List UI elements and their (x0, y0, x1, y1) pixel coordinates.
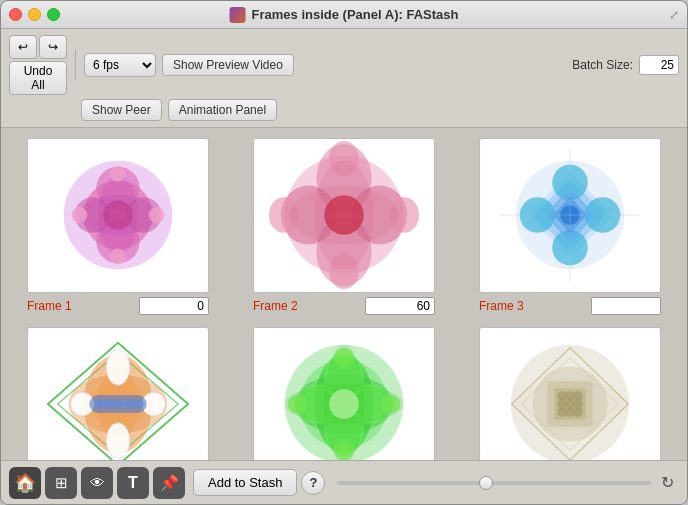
undo-section: ↩ ↪ Undo All (9, 35, 67, 95)
svg-point-54 (114, 399, 124, 409)
app-icon (230, 7, 246, 23)
frame-label-row-2: Frame 2 (253, 297, 435, 315)
svg-point-26 (314, 161, 373, 270)
undo-all-button[interactable]: Undo All (9, 61, 67, 95)
frame-label-row-3: Frame 3 (479, 297, 661, 315)
frame-image-1[interactable] (27, 138, 209, 293)
undo-button[interactable]: ↩ (9, 35, 37, 59)
svg-point-56 (134, 399, 144, 409)
show-peer-button[interactable]: Show Peer (81, 99, 162, 121)
svg-point-48 (106, 423, 130, 459)
svg-point-12 (72, 207, 88, 223)
fps-select[interactable]: 6 fps 1 fps 2 fps 4 fps 8 fps 12 fps 24 … (84, 53, 156, 77)
minimize-button[interactable] (28, 8, 41, 21)
frame-cell-4: Frame 4 (11, 327, 225, 460)
svg-point-72 (324, 345, 363, 460)
frame-label-2: Frame 2 (253, 299, 298, 313)
toolbar-row-1: ↩ ↪ Undo All 6 fps 1 fps 2 fps 4 fps 8 f… (9, 35, 679, 95)
frame-image-4[interactable] (27, 327, 209, 460)
svg-point-52 (94, 399, 104, 409)
frame-input-1[interactable] (139, 297, 209, 315)
window-title: Frames inside (Panel A): FAStash (230, 7, 459, 23)
toolbar: ↩ ↪ Undo All 6 fps 1 fps 2 fps 4 fps 8 f… (1, 29, 687, 128)
toolbar-row-2: Show Peer Animation Panel (81, 99, 679, 121)
frame-image-2[interactable] (253, 138, 435, 293)
frame-label-3: Frame 3 (479, 299, 524, 313)
slider-section: ↻ (337, 471, 679, 495)
eye-icon-button[interactable]: 👁 (81, 467, 113, 499)
toolbar-rows: ↩ ↪ Undo All 6 fps 1 fps 2 fps 4 fps 8 f… (9, 35, 679, 121)
pin-icon-button[interactable]: 📌 (153, 467, 185, 499)
frame-label-row-1: Frame 1 (27, 297, 209, 315)
slider-thumb[interactable] (479, 476, 493, 490)
maximize-button[interactable] (47, 8, 60, 21)
svg-point-89 (516, 379, 625, 428)
batch-size-label: Batch Size: (572, 58, 633, 72)
home-icon-button[interactable]: 🏠 (9, 467, 41, 499)
batch-section: Batch Size: (572, 55, 679, 75)
undo-redo-row: ↩ ↪ (9, 35, 67, 59)
frame-image-5[interactable] (253, 327, 435, 460)
bottombar: 🏠 ⊞ 👁 T 📌 Add to Stash ? ↻ (1, 460, 687, 504)
frame-input-2[interactable] (365, 297, 435, 315)
text-icon-button[interactable]: T (117, 467, 149, 499)
frame-cell-2: Frame 2 (237, 138, 451, 315)
svg-point-11 (110, 249, 126, 265)
traffic-lights (9, 8, 60, 21)
svg-point-10 (110, 166, 126, 182)
svg-point-13 (149, 207, 165, 223)
preview-video-button[interactable]: Show Preview Video (162, 54, 294, 76)
frame-label-1: Frame 1 (27, 299, 72, 313)
frame-cell-5: Frame 5 (237, 327, 451, 460)
add-to-stash-button[interactable]: Add to Stash (193, 469, 297, 496)
frame-cell-6: Frame 6 (463, 327, 677, 460)
slider-track[interactable] (337, 481, 651, 485)
frame-cell-3: Frame 3 (463, 138, 677, 315)
frame-image-3[interactable] (479, 138, 661, 293)
svg-point-47 (106, 350, 130, 386)
help-button[interactable]: ? (301, 471, 325, 495)
grid-icon-button[interactable]: ⊞ (45, 467, 77, 499)
toolbar-divider (75, 50, 76, 80)
frames-grid: Frame 1 (1, 128, 687, 460)
resize-icon: ⤢ (669, 8, 679, 22)
titlebar: Frames inside (Panel A): FAStash ⤢ (1, 1, 687, 29)
frame-image-6[interactable] (479, 327, 661, 460)
frame-cell-1: Frame 1 (11, 138, 225, 315)
main-window: Frames inside (Panel A): FAStash ⤢ ↩ ↪ U… (0, 0, 688, 505)
svg-point-53 (104, 399, 114, 409)
batch-size-input[interactable] (639, 55, 679, 75)
refresh-icon[interactable]: ↻ (655, 471, 679, 495)
svg-point-9 (98, 176, 137, 255)
svg-point-55 (124, 399, 134, 409)
redo-button[interactable]: ↪ (39, 35, 67, 59)
animation-panel-button[interactable]: Animation Panel (168, 99, 277, 121)
close-button[interactable] (9, 8, 22, 21)
frame-input-3[interactable] (591, 297, 661, 315)
